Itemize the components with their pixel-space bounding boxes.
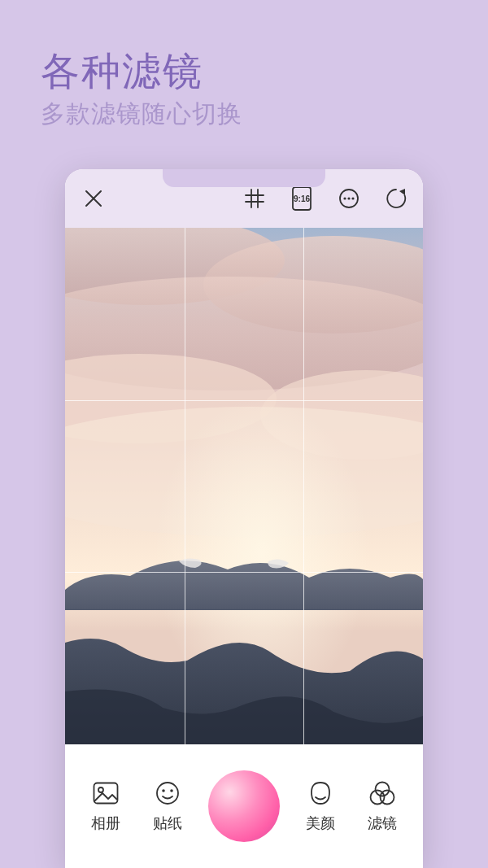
beauty-button[interactable]: 美颜 — [294, 779, 346, 833]
svg-point-4 — [351, 197, 354, 199]
aspect-ratio-button[interactable]: 9:16 — [288, 185, 316, 212]
grid-icon — [245, 189, 264, 208]
sticker-icon — [154, 779, 181, 807]
viewfinder-scene — [65, 228, 423, 744]
more-icon — [338, 188, 359, 209]
beauty-icon — [307, 779, 334, 807]
svg-point-18 — [376, 783, 390, 796]
album-icon — [92, 779, 120, 807]
sticker-button[interactable]: 贴纸 — [142, 779, 194, 833]
device-frame: 9:16 — [65, 169, 423, 868]
svg-point-17 — [170, 789, 173, 792]
hero-title: 各种滤镜 — [41, 46, 203, 98]
svg-point-3 — [347, 197, 350, 199]
svg-rect-13 — [94, 783, 118, 804]
filter-button[interactable]: 滤镜 — [356, 779, 408, 833]
shutter-button[interactable] — [208, 770, 280, 842]
device-notch — [163, 169, 325, 187]
close-button[interactable] — [80, 185, 107, 212]
aspect-ratio-label: 9:16 — [294, 194, 310, 203]
hero-subtitle: 多款滤镜随心切换 — [41, 98, 242, 131]
svg-point-20 — [381, 791, 394, 805]
close-icon — [85, 190, 102, 207]
beauty-label: 美颜 — [306, 813, 335, 833]
svg-point-16 — [162, 789, 165, 792]
more-button[interactable] — [335, 185, 363, 212]
switch-camera-button[interactable] — [382, 185, 410, 212]
album-button[interactable]: 相册 — [80, 779, 132, 833]
filter-label: 滤镜 — [368, 813, 397, 833]
sticker-label: 贴纸 — [153, 813, 182, 833]
album-label: 相册 — [91, 813, 120, 833]
grid-toggle-button[interactable] — [241, 185, 268, 212]
aspect-ratio-icon: 9:16 — [292, 186, 312, 211]
camera-bottombar: 相册 贴纸 美颜 — [65, 744, 423, 868]
svg-point-14 — [98, 787, 103, 792]
filter-icon — [368, 779, 396, 807]
switch-camera-icon — [385, 187, 407, 210]
svg-point-15 — [157, 783, 178, 804]
svg-point-2 — [343, 197, 346, 199]
camera-viewfinder[interactable] — [65, 228, 423, 744]
